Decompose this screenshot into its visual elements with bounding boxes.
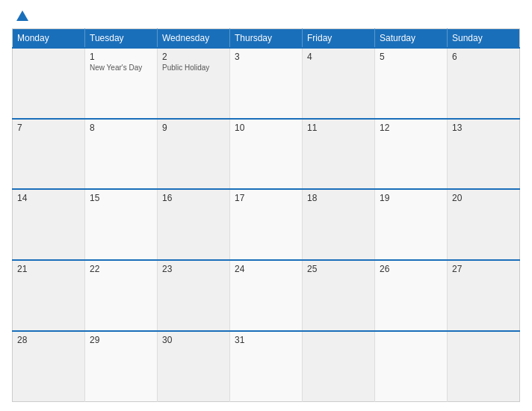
calendar-cell: 30 bbox=[158, 331, 230, 402]
calendar-cell: 9 bbox=[158, 119, 230, 190]
calendar-cell: 5 bbox=[375, 48, 448, 119]
calendar-cell: 18 bbox=[303, 189, 375, 260]
calendar-header bbox=[12, 9, 520, 22]
day-number: 3 bbox=[235, 52, 297, 62]
day-number: 29 bbox=[90, 335, 152, 345]
day-number: 13 bbox=[452, 123, 515, 133]
calendar-cell: 13 bbox=[448, 119, 520, 190]
calendar-cell: 10 bbox=[230, 119, 303, 190]
day-number: 5 bbox=[380, 52, 442, 62]
day-number: 31 bbox=[235, 335, 297, 345]
day-number: 14 bbox=[17, 193, 80, 203]
day-header-wednesday: Wednesday bbox=[158, 29, 230, 49]
calendar-cell: 28 bbox=[13, 331, 85, 402]
day-number: 27 bbox=[452, 264, 515, 274]
day-number: 21 bbox=[17, 264, 80, 274]
day-number: 28 bbox=[17, 335, 80, 345]
calendar-cell: 29 bbox=[85, 331, 158, 402]
day-number: 25 bbox=[307, 264, 370, 274]
calendar-cell bbox=[303, 331, 375, 402]
calendar-cell: 8 bbox=[85, 119, 158, 190]
logo bbox=[12, 9, 34, 22]
calendar-cell: 11 bbox=[303, 119, 375, 190]
calendar-cell: 16 bbox=[158, 189, 230, 260]
day-number: 4 bbox=[307, 52, 370, 62]
logo-triangle-icon bbox=[16, 10, 28, 21]
calendar-cell: 15 bbox=[85, 189, 158, 260]
day-number: 26 bbox=[380, 264, 442, 274]
calendar-cell: 6 bbox=[448, 48, 520, 119]
day-header-tuesday: Tuesday bbox=[85, 29, 158, 49]
day-number: 22 bbox=[90, 264, 152, 274]
day-header-saturday: Saturday bbox=[375, 29, 448, 49]
calendar-cell: 20 bbox=[448, 189, 520, 260]
calendar-week-5: 28293031 bbox=[13, 331, 520, 402]
calendar-page: MondayTuesdayWednesdayThursdayFridaySatu… bbox=[0, 0, 532, 411]
day-header-sunday: Sunday bbox=[448, 29, 520, 49]
calendar-cell bbox=[13, 48, 85, 119]
day-header-friday: Friday bbox=[303, 29, 375, 49]
calendar-cell: 31 bbox=[230, 331, 303, 402]
day-number: 10 bbox=[235, 123, 297, 133]
day-number: 6 bbox=[452, 52, 515, 62]
calendar-cell: 22 bbox=[85, 260, 158, 331]
calendar-cell: 24 bbox=[230, 260, 303, 331]
calendar-week-2: 78910111213 bbox=[13, 119, 520, 190]
calendar-header-row: MondayTuesdayWednesdayThursdayFridaySatu… bbox=[13, 29, 520, 49]
day-number: 24 bbox=[235, 264, 297, 274]
day-number: 12 bbox=[380, 123, 442, 133]
calendar-week-3: 14151617181920 bbox=[13, 189, 520, 260]
calendar-cell: 19 bbox=[375, 189, 448, 260]
day-number: 30 bbox=[162, 335, 225, 345]
calendar-cell: 4 bbox=[303, 48, 375, 119]
calendar-cell: 27 bbox=[448, 260, 520, 331]
calendar-cell: 25 bbox=[303, 260, 375, 331]
day-number: 2 bbox=[162, 52, 225, 62]
day-number: 18 bbox=[307, 193, 370, 203]
calendar-cell: 17 bbox=[230, 189, 303, 260]
calendar-cell: 14 bbox=[13, 189, 85, 260]
calendar-cell: 21 bbox=[13, 260, 85, 331]
calendar-table: MondayTuesdayWednesdayThursdayFridaySatu… bbox=[12, 28, 520, 402]
day-number: 8 bbox=[90, 123, 152, 133]
day-header-thursday: Thursday bbox=[230, 29, 303, 49]
day-number: 19 bbox=[380, 193, 442, 203]
calendar-cell: 23 bbox=[158, 260, 230, 331]
holiday-label: New Year's Day bbox=[90, 64, 152, 72]
calendar-cell bbox=[448, 331, 520, 402]
day-number: 17 bbox=[235, 193, 297, 203]
calendar-cell: 12 bbox=[375, 119, 448, 190]
day-number: 23 bbox=[162, 264, 225, 274]
day-number: 9 bbox=[162, 123, 225, 133]
calendar-cell: 3 bbox=[230, 48, 303, 119]
calendar-cell bbox=[375, 331, 448, 402]
calendar-week-1: 1New Year's Day2Public Holiday3456 bbox=[13, 48, 520, 119]
holiday-label: Public Holiday bbox=[162, 64, 225, 72]
calendar-week-4: 21222324252627 bbox=[13, 260, 520, 331]
calendar-cell: 1New Year's Day bbox=[85, 48, 158, 119]
day-number: 20 bbox=[452, 193, 515, 203]
day-number: 16 bbox=[162, 193, 225, 203]
day-number: 11 bbox=[307, 123, 370, 133]
day-header-monday: Monday bbox=[13, 29, 85, 49]
calendar-cell: 26 bbox=[375, 260, 448, 331]
day-number: 7 bbox=[17, 123, 80, 133]
day-number: 1 bbox=[90, 52, 152, 62]
calendar-cell: 7 bbox=[13, 119, 85, 190]
calendar-cell: 2Public Holiday bbox=[158, 48, 230, 119]
day-number: 15 bbox=[90, 193, 152, 203]
